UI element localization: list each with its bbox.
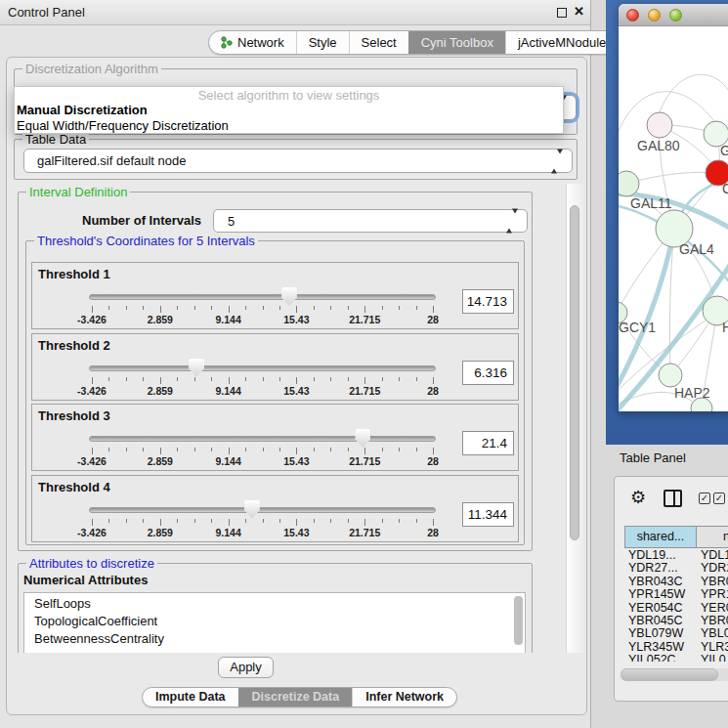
tab-cyni-toolbox[interactable]: Cyni Toolbox (408, 31, 505, 54)
threshold-value-field[interactable]: 11.344 (462, 502, 514, 527)
cell-shared-name: YBL079W (628, 626, 683, 640)
minimize-traffic-light-icon[interactable] (648, 9, 661, 21)
close-traffic-light-icon[interactable] (626, 9, 639, 21)
slider-tick (382, 448, 383, 451)
network-icon (221, 36, 233, 49)
apply-button[interactable]: Apply (218, 657, 274, 678)
table-row[interactable]: YPR145WYPR1 (624, 587, 728, 600)
node-label: GA (720, 143, 728, 158)
slider-tick (108, 377, 109, 381)
slider-tick (194, 519, 195, 523)
slider-track[interactable] (89, 436, 436, 442)
slider-tick (211, 448, 212, 451)
tick-label: 15.43 (283, 385, 309, 397)
network-canvas[interactable]: GAL80GACGAL11GAL4GCY1HHAP2 (619, 26, 728, 411)
network-node-hap2[interactable] (659, 364, 682, 387)
table-row[interactable]: YDL19...YDL1 (624, 548, 728, 561)
table-data-combobox[interactable]: galFiltered.sif default node (23, 149, 573, 173)
table-row[interactable]: YDR27...YDR2 (624, 561, 728, 574)
slider-tick (229, 306, 230, 313)
checkbox-icon[interactable]: ✓ (699, 492, 710, 504)
float-window-icon[interactable] (557, 8, 567, 18)
tab-discretize-data[interactable]: Discretize Data (238, 688, 353, 707)
network-node-gal11[interactable] (619, 171, 639, 196)
node-label: GAL11 (630, 195, 672, 211)
tick-label: 21.715 (349, 527, 380, 538)
gear-icon[interactable]: ⚙ (630, 487, 646, 508)
slider-tick (314, 519, 315, 523)
slider-tick (330, 448, 331, 451)
table-row[interactable]: YBL079WYBL0 (624, 626, 728, 639)
slider-thumb[interactable] (281, 287, 297, 306)
attribute-item[interactable]: SelfLoops (24, 593, 525, 613)
slider-track[interactable] (89, 365, 436, 371)
table-row[interactable]: YER054CYER0 (624, 601, 728, 614)
dropdown-option[interactable]: Manual Discretization (15, 103, 563, 118)
list-scrollbar-thumb[interactable] (514, 596, 523, 645)
node-label: GCY1 (619, 320, 656, 335)
slider-track[interactable] (89, 507, 436, 513)
slider-tick (229, 519, 230, 526)
threshold-value-field[interactable]: 21.4 (462, 431, 514, 455)
dropdown-option[interactable]: Equal Width/Frequency Discretization (15, 118, 563, 134)
threshold-value-field[interactable]: 6.316 (462, 361, 514, 385)
combo-arrows-icon (551, 153, 563, 168)
slider-thumb[interactable] (244, 500, 260, 519)
slider-tick (108, 519, 109, 523)
slider-tick (211, 519, 212, 523)
slider-tick (348, 377, 349, 381)
tab-network[interactable]: Network (209, 31, 296, 54)
slider-tick (177, 519, 178, 523)
table-row[interactable]: YLR345WYLR3 (624, 640, 728, 653)
node-label: HAP2 (674, 385, 710, 401)
tick-label: -3.426 (77, 385, 107, 397)
network-graph: GAL80GACGAL11GAL4GCY1HHAP2 (619, 26, 728, 411)
attributes-list[interactable]: SelfLoopsTopologicalCoefficientBetweenne… (23, 592, 526, 653)
network-node-gal80[interactable] (647, 112, 672, 138)
table-row[interactable]: YBR043CYBR0 (624, 575, 728, 587)
settings-scrollbar-thumb[interactable] (570, 205, 579, 540)
group-title: Interval Definition (26, 185, 130, 199)
control-panel-window: Control Panel ✕ NetworkStyleSelectCyni T… (0, 0, 591, 728)
tick-label: -3.426 (77, 527, 107, 538)
slider-tick (296, 448, 297, 454)
attribute-item[interactable]: BetweennessCentrality (24, 630, 525, 648)
tab-select[interactable]: Select (349, 31, 408, 54)
table-row[interactable]: YIL052CYIL0 (624, 653, 728, 662)
cell-shared-name: YBR043C (628, 575, 683, 588)
tick-label: 28 (427, 385, 439, 397)
table-panel-title: Table Panel (620, 450, 686, 465)
checkbox-icon[interactable]: ✓ (713, 492, 725, 504)
slider-tick (245, 377, 246, 381)
split-view-icon[interactable] (664, 490, 682, 507)
tab-label: Style (309, 35, 337, 50)
num-intervals-spinner[interactable]: 5 (213, 209, 528, 233)
column-header-name[interactable]: n (697, 526, 728, 548)
attribute-item[interactable]: TopologicalCoefficient (24, 613, 525, 630)
cell-shared-name: YBR045C (628, 614, 683, 627)
tab-impute-data[interactable]: Impute Data (143, 688, 238, 707)
close-icon[interactable]: ✕ (574, 4, 584, 19)
network-window-titlebar[interactable] (619, 4, 728, 26)
table-row[interactable]: YBR045CYBR0 (624, 614, 728, 626)
tab-style[interactable]: Style (296, 31, 349, 54)
cell-name: YBR0 (701, 575, 728, 588)
slider-thumb[interactable] (189, 359, 204, 377)
top-tab-bar: NetworkStyleSelectCyni ToolboxjActiveMNo… (208, 30, 625, 55)
slider-tick (314, 306, 315, 310)
table-rows: YDL19...YDL1YDR27...YDR2YBR043CYBR0YPR14… (624, 548, 728, 662)
table-horizontal-scrollbar[interactable] (621, 668, 728, 681)
settings-scrollbar[interactable] (566, 184, 583, 653)
tab-infer-network[interactable]: Infer Network (352, 688, 456, 707)
algorithm-dropdown-popup: Select algorithm to view settings Manual… (14, 86, 564, 134)
tick-label: 15.43 (283, 455, 309, 467)
slider-tick (245, 519, 246, 523)
column-header-shared-name[interactable]: shared... (624, 526, 697, 548)
slider-track[interactable] (89, 294, 436, 300)
slider-thumb[interactable] (355, 429, 370, 448)
tick-label: 21.715 (349, 314, 380, 325)
slider-tick (177, 448, 178, 451)
table-horizontal-scrollbar-thumb[interactable] (621, 668, 718, 681)
threshold-value-field[interactable]: 14.713 (462, 289, 514, 314)
zoom-traffic-light-icon[interactable] (669, 9, 682, 21)
